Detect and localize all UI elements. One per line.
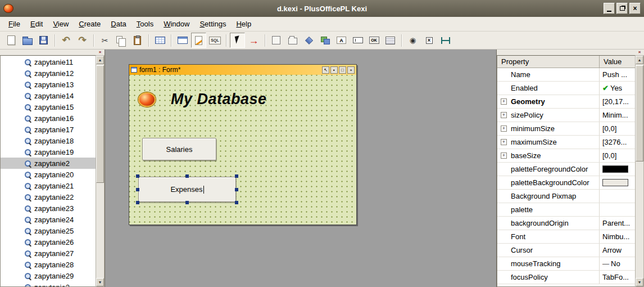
navigator-scrollbar[interactable]: ▲ ▼ — [96, 55, 105, 287]
expander-icon[interactable]: + — [501, 139, 507, 145]
expander-icon[interactable]: + — [501, 98, 507, 105]
list-item[interactable]: zapytanie22 — [1, 191, 96, 203]
menu-settings[interactable]: Settings — [194, 17, 231, 30]
menu-edit[interactable]: Edit — [25, 17, 48, 30]
minimize-button[interactable] — [604, 3, 615, 14]
menu-file[interactable]: File — [3, 17, 25, 30]
new-file-button[interactable] — [3, 33, 19, 48]
menu-window[interactable]: Window — [158, 17, 194, 30]
selection-handle[interactable] — [136, 174, 139, 178]
list-item[interactable]: zapytanie13 — [1, 79, 96, 90]
list-item-selected[interactable]: zapytanie2 — [1, 158, 96, 169]
text-editor-widget-button[interactable] — [383, 33, 398, 48]
property-row[interactable]: +baseSize [0,0] — [497, 149, 635, 163]
column-header-property[interactable]: Property — [497, 56, 600, 68]
form-window[interactable]: form1 : Form* ↖ ▪ □ × My Database Salari… — [129, 64, 357, 225]
scroll-thumb[interactable] — [96, 65, 104, 183]
query-list[interactable]: zapytanie11 zapytanie12 zapytanie13 zapy… — [0, 55, 96, 287]
restore-button[interactable] — [616, 3, 628, 14]
design-form-button[interactable] — [191, 33, 206, 48]
tab-widget-button[interactable] — [285, 33, 300, 48]
selection-handle[interactable] — [185, 201, 189, 204]
expenses-button[interactable]: Expenses — [138, 177, 236, 202]
expander-icon[interactable]: + — [501, 112, 507, 118]
widget-stack-button[interactable] — [318, 33, 333, 48]
form-designer-canvas[interactable]: form1 : Form* ↖ ▪ □ × My Database Salari… — [105, 50, 497, 287]
list-item[interactable]: zapytanie27 — [1, 248, 96, 259]
scroll-up-icon[interactable]: ▲ — [636, 56, 643, 64]
form-view-button[interactable] — [175, 33, 190, 48]
property-row[interactable]: palette — [497, 203, 635, 217]
assign-action-button[interactable]: → — [246, 33, 261, 48]
list-item[interactable]: zapytanie26 — [1, 236, 96, 248]
menu-create[interactable]: Create — [74, 17, 106, 30]
form-close-icon[interactable]: × — [347, 66, 355, 74]
property-row[interactable]: Font Nimbu... — [497, 230, 635, 244]
line-edit-widget-button[interactable] — [350, 33, 365, 48]
property-row[interactable]: Enabled ✔Yes — [497, 82, 635, 95]
list-item[interactable]: zapytanie14 — [1, 90, 96, 101]
property-row[interactable]: Name Push ... — [497, 68, 635, 82]
close-button[interactable]: × — [629, 3, 641, 14]
selection-handle[interactable] — [136, 188, 139, 191]
scroll-track[interactable] — [96, 64, 104, 278]
list-item[interactable]: zapytanie17 — [1, 124, 96, 135]
property-row[interactable]: +maximumSize [3276... — [497, 136, 635, 149]
form-maximize-icon[interactable]: □ — [339, 66, 346, 74]
property-row-selected[interactable]: +Geometry [20,17... — [497, 95, 635, 109]
scroll-up-icon[interactable]: ▲ — [96, 56, 104, 64]
list-item[interactable]: zapytanie29 — [1, 270, 96, 281]
list-item[interactable]: zapytanie23 — [1, 203, 96, 214]
form-body-grid[interactable]: My Database Salaries Expenses — [129, 75, 356, 225]
undo-button[interactable]: ↶ — [58, 33, 74, 48]
close-panel-icon[interactable]: × — [97, 50, 103, 55]
redo-button[interactable]: ↷ — [75, 33, 90, 48]
list-item[interactable]: zapytanie19 — [1, 146, 96, 158]
property-scrollbar[interactable]: ▲ ▼ — [635, 55, 644, 287]
selection-handle[interactable] — [235, 188, 238, 191]
foreground-color-swatch[interactable] — [602, 165, 628, 173]
table-button[interactable] — [152, 33, 167, 48]
spacer-widget-button[interactable] — [438, 33, 453, 48]
list-item[interactable]: zapytanie11 — [1, 56, 96, 68]
property-row[interactable]: +sizePolicy Minim... — [497, 109, 635, 122]
frame-widget-button[interactable] — [269, 33, 284, 48]
property-row[interactable]: mouseTracking —No — [497, 257, 635, 271]
expander-icon[interactable]: + — [501, 153, 507, 159]
sql-button[interactable]: SQL — [207, 33, 223, 48]
selection-handle[interactable] — [235, 201, 238, 204]
list-item[interactable]: zapytanie3 — [1, 281, 96, 287]
property-row[interactable]: Cursor Arrow — [497, 244, 635, 257]
form-minimize-icon[interactable]: ▪ — [330, 66, 338, 74]
expander-icon[interactable]: + — [501, 125, 507, 132]
scroll-down-icon[interactable]: ▼ — [636, 278, 643, 286]
menu-help[interactable]: Help — [231, 17, 256, 30]
push-button-widget-button[interactable]: OK — [366, 33, 382, 48]
property-row[interactable]: +minimumSize [0,0] — [497, 122, 635, 136]
list-item[interactable]: zapytanie15 — [1, 101, 96, 113]
cut-button[interactable]: ✂ — [97, 33, 112, 48]
list-item[interactable]: zapytanie21 — [1, 180, 96, 191]
menu-tools[interactable]: Tools — [131, 17, 158, 30]
expenses-button-selection[interactable]: Expenses — [138, 177, 236, 202]
salaries-button[interactable]: Salaries — [142, 138, 216, 160]
selection-handle[interactable] — [235, 174, 238, 178]
selection-handle[interactable] — [185, 174, 189, 178]
paste-button[interactable] — [130, 33, 145, 48]
property-row[interactable]: focusPolicy TabFo... — [497, 271, 635, 284]
list-item[interactable]: zapytanie16 — [1, 113, 96, 124]
close-panel-icon[interactable]: × — [637, 50, 642, 55]
column-header-value[interactable]: Value — [600, 56, 635, 68]
list-item[interactable]: zapytanie20 — [1, 169, 96, 180]
save-button[interactable] — [36, 33, 51, 48]
form-titlebar[interactable]: form1 : Form* ↖ ▪ □ × — [129, 65, 356, 75]
titlebar[interactable]: d.kexi - PlusOfficePL Kexi × — [0, 0, 644, 17]
list-item[interactable]: zapytanie24 — [1, 214, 96, 225]
scroll-track[interactable] — [636, 64, 643, 278]
menu-view[interactable]: View — [48, 17, 74, 30]
check-box-widget-button[interactable]: × — [421, 33, 437, 48]
list-item[interactable]: zapytanie28 — [1, 259, 96, 270]
background-color-swatch[interactable] — [602, 179, 628, 186]
open-file-button[interactable] — [20, 33, 35, 48]
radio-button-widget-button[interactable]: ◉ — [405, 33, 420, 48]
